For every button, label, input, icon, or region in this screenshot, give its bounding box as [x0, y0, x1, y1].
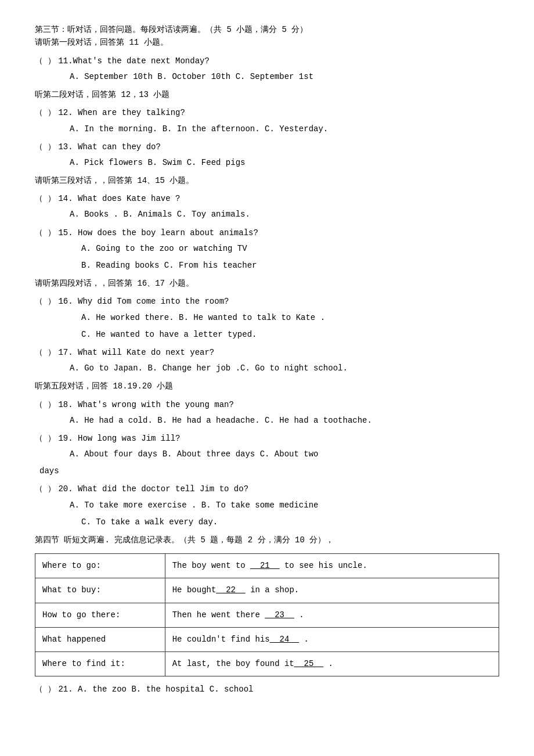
q19-wrap: days	[35, 464, 499, 478]
section3-dialog4: 请听第四段对话，，回答第 16、17 小题。	[35, 276, 499, 291]
q19-paren: （ ）	[35, 431, 56, 446]
q19-options: A. About four days B. About three days C…	[35, 447, 499, 462]
q19-block: （ ） 19. How long was Jim ill? A. About f…	[35, 431, 499, 479]
table-cell-value: He bought__22__ in a shop.	[165, 578, 499, 603]
q18-block: （ ） 18. What's wrong with the young man?…	[35, 398, 499, 428]
q17-block: （ ） 17. What will Kate do next year? A. …	[35, 345, 499, 376]
q18-options: A. He had a cold. B. He had a headache. …	[35, 413, 499, 428]
q14-text: 14. What does Kate have ?	[58, 192, 180, 206]
q16-text: 16. Why did Tom come into the room?	[58, 294, 229, 309]
section3-dialog5: 听第五段对话，回答 18.19.20 小题	[35, 379, 499, 394]
section3-dialog3: 请听第三段对话，，回答第 14、15 小题。	[35, 174, 499, 188]
q16-optA: A. He worked there. B. He wanted to talk…	[35, 311, 499, 325]
q21-block: （ ） 21. A. the zoo B. the hospital C. sc…	[35, 682, 499, 697]
table-row: What happenedHe couldn't find his__24__ …	[35, 627, 499, 651]
q18-text: 18. What's wrong with the young man?	[58, 398, 233, 412]
q16-block: （ ） 16. Why did Tom come into the room? …	[35, 294, 499, 342]
q11-text: 11.What's the date next Monday?	[58, 54, 209, 69]
section3-header1: 第三节：听对话，回答问题。每段对话读两遍。（共 5 小题，满分 5 分） 请听第…	[35, 23, 499, 49]
q12-text: 12. When are they talking?	[58, 106, 185, 120]
q12-block: （ ） 12. When are they talking? A. In the…	[35, 106, 499, 136]
table-cell-value: The boy went to __21__ to see his uncle.	[165, 554, 499, 578]
table-cell-label: What to buy:	[35, 578, 165, 603]
q11-options: A. September 10th B. October 10th C. Sep…	[35, 70, 499, 84]
q15-optBC: B. Reading books C. From his teacher	[35, 258, 499, 273]
q15-paren: （ ）	[35, 226, 56, 240]
q15-block: （ ） 15. How does the boy learn about ani…	[35, 226, 499, 273]
q15-optA: A. Going to the zoo or watching TV	[35, 242, 499, 256]
q15-text: 15. How does the boy learn about animals…	[58, 226, 258, 240]
table-cell-value: He couldn't find his__24__ .	[165, 627, 499, 651]
page-content: 第三节：听对话，回答问题。每段对话读两遍。（共 5 小题，满分 5 分） 请听第…	[35, 23, 499, 697]
q20-text: 20. What did the doctor tell Jim to do?	[58, 482, 248, 496]
q21-paren: （ ）	[35, 682, 56, 697]
q19-text: 19. How long was Jim ill?	[58, 431, 180, 446]
q21-text: 21. A. the zoo B. the hospital C. school	[58, 682, 253, 697]
table-row: How to go there:Then he went there __23_…	[35, 603, 499, 627]
table-cell-label: How to go there:	[35, 603, 165, 627]
q20-paren: （ ）	[35, 482, 56, 496]
q20-block: （ ） 20. What did the doctor tell Jim to …	[35, 482, 499, 530]
q18-paren: （ ）	[35, 398, 56, 412]
table-row: Where to find it:At last, the boy found …	[35, 651, 499, 676]
q17-paren: （ ）	[35, 345, 56, 360]
q13-block: （ ） 13. What can they do? A. Pick flower…	[35, 140, 499, 170]
q13-paren: （ ）	[35, 140, 56, 154]
q14-paren: （ ）	[35, 192, 56, 206]
q11-block: （ ） 11.What's the date next Monday? A. S…	[35, 54, 499, 84]
q20-optAB: A. To take more exercise . B. To take so…	[35, 498, 499, 513]
q12-paren: （ ）	[35, 106, 56, 120]
info-table: Where to go:The boy went to __21__ to se…	[35, 553, 499, 676]
table-cell-value: At last, the boy found it__25__ .	[165, 651, 499, 676]
table-cell-label: Where to find it:	[35, 651, 165, 676]
table-cell-value: Then he went there __23__ .	[165, 603, 499, 627]
table-cell-label: Where to go:	[35, 554, 165, 578]
q11-paren: （ ）	[35, 54, 56, 69]
q20-optC: C. To take a walk every day.	[35, 515, 499, 530]
q17-options: A. Go to Japan. B. Change her job .C. Go…	[35, 361, 499, 376]
q12-options: A. In the morning. B. In the afternoon. …	[35, 122, 499, 136]
table-row: What to buy:He bought__22__ in a shop.	[35, 578, 499, 603]
q14-block: （ ） 14. What does Kate have ? A. Books .…	[35, 192, 499, 222]
q16-paren: （ ）	[35, 294, 56, 309]
table-cell-label: What happened	[35, 627, 165, 651]
section4-header: 第四节 听短文两遍. 完成信息记录表。（共 5 题，每题 2 分，满分 10 分…	[35, 533, 499, 548]
table-row: Where to go:The boy went to __21__ to se…	[35, 554, 499, 578]
q13-options: A. Pick flowers B. Swim C. Feed pigs	[35, 156, 499, 170]
q17-text: 17. What will Kate do next year?	[58, 345, 214, 360]
q16-optC: C. He wanted to have a letter typed.	[35, 327, 499, 342]
q14-options: A. Books . B. Animals C. Toy animals.	[35, 207, 499, 222]
section3-dialog2: 听第二段对话，回答第 12，13 小题	[35, 88, 499, 102]
q13-text: 13. What can they do?	[58, 140, 160, 154]
